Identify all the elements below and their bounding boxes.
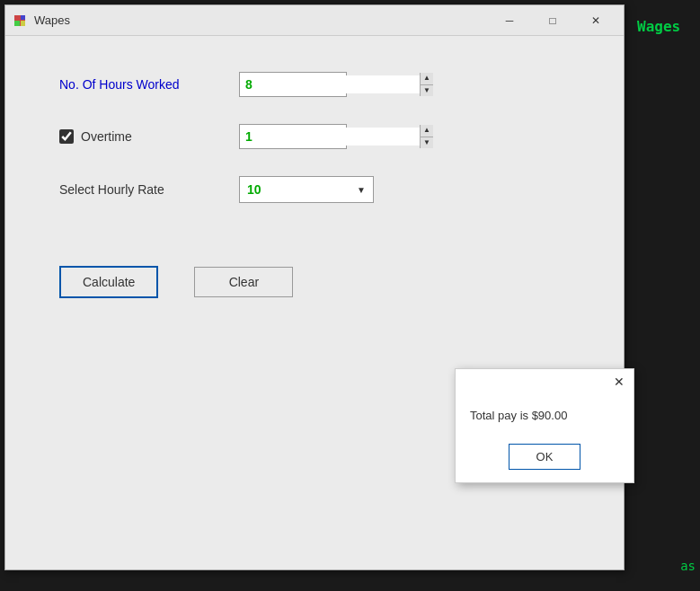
overtime-label: Overtime [81, 129, 132, 144]
dialog-message: Total pay is $90.00 [470, 409, 567, 422]
hours-spinbox: ▲ ▼ [239, 72, 347, 97]
buttons-row: Calculate Clear [59, 266, 570, 298]
rate-dropdown[interactable]: 10 ▼ [239, 176, 374, 203]
terminal-right-panel: Wages [628, 0, 700, 591]
overtime-spin-buttons: ▲ ▼ [420, 125, 433, 148]
dialog-ok-button[interactable]: OK [509, 444, 581, 470]
rate-value: 10 [247, 182, 357, 197]
app-icon [13, 13, 27, 28]
window-content: No. Of Hours Worked ▲ ▼ Overtime ▲ ▼ [5, 36, 624, 569]
calculate-button[interactable]: Calculate [59, 266, 158, 298]
overtime-spin-down[interactable]: ▼ [421, 137, 433, 149]
hours-spin-buttons: ▲ ▼ [420, 73, 433, 96]
overtime-row: Overtime ▲ ▼ [59, 124, 570, 149]
terminal-wages-text: Wages [637, 18, 696, 35]
terminal-as-text: as [680, 559, 696, 573]
title-bar-controls: ─ □ ✕ [489, 7, 616, 34]
hours-label: No. Of Hours Worked [59, 77, 239, 92]
overtime-label-area: Overtime [59, 129, 239, 144]
dialog-body: Total pay is $90.00 [456, 394, 634, 437]
hours-spin-down[interactable]: ▼ [421, 84, 433, 97]
rate-label: Select Hourly Rate [59, 182, 239, 197]
overtime-spinbox: ▲ ▼ [239, 124, 347, 149]
maximize-button[interactable]: □ [532, 7, 573, 34]
overtime-spin-up[interactable]: ▲ [421, 125, 433, 137]
window-title: Wapes [34, 13, 489, 27]
dialog-close-button[interactable]: ✕ [610, 373, 628, 391]
result-dialog: ✕ Total pay is $90.00 OK [455, 368, 634, 483]
close-button[interactable]: ✕ [575, 7, 616, 34]
hours-input[interactable] [240, 75, 420, 93]
hours-row: No. Of Hours Worked ▲ ▼ [59, 72, 570, 97]
rate-row: Select Hourly Rate 10 ▼ [59, 176, 570, 203]
dialog-titlebar: ✕ [456, 369, 634, 394]
dropdown-arrow-icon: ▼ [357, 185, 366, 195]
title-bar: Wapes ─ □ ✕ [5, 5, 624, 36]
dialog-footer: OK [456, 437, 634, 482]
clear-button[interactable]: Clear [194, 267, 293, 297]
main-window: Wapes ─ □ ✕ No. Of Hours Worked ▲ ▼ Over… [4, 4, 625, 570]
minimize-button[interactable]: ─ [489, 7, 530, 34]
overtime-checkbox[interactable] [59, 129, 74, 144]
hours-spin-up[interactable]: ▲ [421, 73, 433, 84]
overtime-input[interactable] [240, 128, 420, 146]
